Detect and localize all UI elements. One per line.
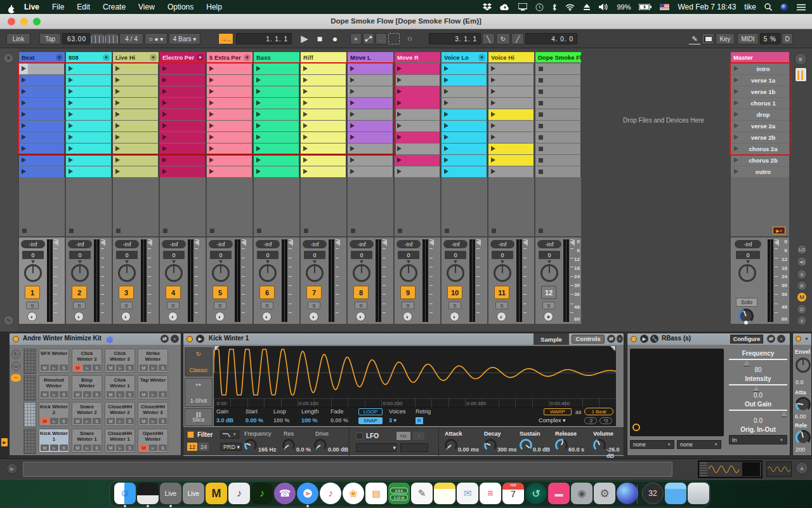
tap-tempo-button[interactable]: Tap: [39, 33, 61, 44]
filter-24db-button[interactable]: 24: [199, 443, 209, 451]
param-loop-value[interactable]: 100 %: [273, 417, 290, 424]
pad-preview-button[interactable]: ▶: [50, 444, 58, 451]
pad-preview-button[interactable]: ▶: [50, 418, 58, 424]
track-header-5-extra-per[interactable]: 5 Extra Per▼: [207, 52, 252, 62]
device-chain-toggle[interactable]: [795, 67, 807, 82]
warp-button[interactable]: WARP: [544, 408, 572, 415]
pad-solo-button[interactable]: S: [60, 444, 68, 451]
env-attack-value[interactable]: 0.00 ms: [458, 446, 479, 453]
clip-slot[interactable]: [395, 144, 440, 154]
monitor-button[interactable]: ◐: [309, 312, 318, 321]
clip-slot[interactable]: [19, 109, 65, 120]
dock-item-max[interactable]: M: [206, 483, 227, 504]
clip-slot[interactable]: [442, 86, 487, 97]
clip-slot[interactable]: [301, 64, 346, 74]
track-header-808[interactable]: 808▼: [66, 52, 112, 62]
pad-bank-overview[interactable]: [23, 402, 36, 427]
filter-circuit-menu[interactable]: PRD ▾: [220, 443, 242, 451]
track-stop-button[interactable]: [160, 226, 206, 236]
device-header[interactable]: ▶🔧RBass (s)Configure⇄▪: [627, 333, 790, 345]
sample-start-marker[interactable]: [214, 346, 219, 351]
clip-slot[interactable]: [301, 109, 346, 120]
pad-mute-button[interactable]: M: [140, 364, 148, 371]
clip-slot[interactable]: [254, 86, 299, 97]
dock-item-mail[interactable]: ✉: [457, 483, 478, 504]
volume-field[interactable]: -Inf: [537, 240, 561, 248]
track-activator[interactable]: 10: [447, 286, 462, 299]
pad-mute-button[interactable]: M: [74, 364, 82, 371]
volume-slider-handle[interactable]: [53, 239, 58, 246]
arrangement-position-field[interactable]: 1. 1. 1: [236, 33, 292, 44]
lfo-enable-checkbox[interactable]: [356, 432, 363, 439]
pad-bank-overview[interactable]: [23, 375, 36, 401]
track-header-move-r[interactable]: Move R: [395, 52, 440, 62]
scene-slot-verse-2a[interactable]: verse 2a: [731, 121, 789, 131]
dock-item-trash[interactable]: [688, 483, 709, 504]
pan-knob[interactable]: [738, 264, 756, 282]
pad-mute-button[interactable]: M: [41, 444, 49, 451]
loop-switch[interactable]: ↻: [496, 33, 510, 44]
clip-slot[interactable]: [113, 75, 159, 86]
dock-item-ableton-live[interactable]: Live: [160, 483, 181, 504]
track-activator[interactable]: 12: [541, 286, 556, 299]
clip-slot[interactable]: [113, 155, 159, 166]
cpu-meter[interactable]: 5 %: [760, 33, 780, 44]
help-toggle-button[interactable]: ▶: [6, 463, 18, 474]
clip-slot[interactable]: [348, 64, 393, 74]
monitor-button[interactable]: ◐: [74, 312, 84, 321]
monitor-button[interactable]: ◐: [262, 312, 272, 321]
clip-slot-stop[interactable]: [535, 109, 581, 120]
warp-mode-menu[interactable]: Complex ▾: [539, 417, 574, 425]
clip-slot[interactable]: [160, 166, 206, 177]
clip-slot[interactable]: [254, 155, 299, 166]
pad-mute-button[interactable]: M: [107, 418, 115, 424]
track-header-riff[interactable]: Riff: [301, 52, 346, 62]
pad-preview-button[interactable]: ▶: [149, 444, 157, 451]
volume-slider-handle[interactable]: [523, 239, 528, 246]
clip-slot[interactable]: [160, 109, 206, 120]
clip-slot[interactable]: [207, 98, 252, 109]
mode-classic[interactable]: ↻Classic: [185, 347, 213, 377]
solo-button[interactable]: S: [120, 302, 133, 309]
track-stop-button[interactable]: [535, 226, 581, 236]
overdub-button[interactable]: +: [350, 33, 362, 44]
solo-button[interactable]: S: [26, 302, 39, 309]
session-record-button[interactable]: ○: [403, 32, 416, 45]
pad-preview-button[interactable]: ▶: [83, 391, 91, 398]
input-routing-icon[interactable]: ▼: [478, 54, 485, 61]
pad-mute-button[interactable]: M: [41, 391, 49, 398]
save-preset-button[interactable]: ▪: [777, 335, 785, 343]
solo-button[interactable]: S: [402, 302, 414, 309]
filter-freq-value[interactable]: 165 Hz: [258, 446, 277, 453]
pad-mute-button[interactable]: M: [41, 364, 49, 371]
sample-end-marker[interactable]: [610, 346, 615, 351]
dock-item-disk-utility[interactable]: ◉: [571, 483, 593, 504]
clip-slot[interactable]: [395, 98, 440, 109]
drum-pad-click-winter-1[interactable]: Click Winter 1M▶S: [105, 375, 135, 399]
monitor-button[interactable]: ◐: [497, 312, 506, 321]
capture-midi-button[interactable]: [388, 33, 400, 44]
clip-slot[interactable]: [19, 86, 65, 97]
pad-mute-button[interactable]: M: [74, 418, 82, 424]
drum-pad-snare-winter-1[interactable]: Snare Winter 1M▶S: [72, 429, 102, 453]
clip-slot[interactable]: [348, 98, 393, 109]
volume-field[interactable]: -Inf: [350, 240, 374, 248]
dock-item-network-monitor[interactable]: 3.8 K3.22 M: [388, 483, 410, 504]
clip-slot[interactable]: [254, 144, 299, 154]
pan-field[interactable]: 0: [304, 251, 325, 259]
clip-slot-stop[interactable]: [535, 86, 581, 97]
clip-slot[interactable]: [19, 98, 65, 109]
clip-slot[interactable]: [442, 109, 487, 120]
monitor-button[interactable]: ◐: [168, 312, 178, 321]
drum-pad-openhh-winter[interactable]: OpenHH WinterM▶S: [138, 429, 168, 453]
pan-field[interactable]: 0: [736, 251, 760, 259]
chain-list-button[interactable]: ↻: [11, 350, 20, 359]
midi-map-button[interactable]: MIDI: [737, 33, 759, 44]
drum-pad-strike-winter[interactable]: Strike WinterM▶S: [138, 349, 168, 373]
time-signature-field[interactable]: 4 / 4: [119, 33, 143, 44]
track-header-electro-per[interactable]: Electro Per▼: [160, 52, 206, 62]
volume-slider-handle[interactable]: [476, 239, 481, 246]
scene-slot-outro[interactable]: outro: [731, 166, 789, 177]
volume-field[interactable]: -Inf: [256, 240, 280, 248]
volume-field[interactable]: -Inf: [735, 240, 761, 248]
